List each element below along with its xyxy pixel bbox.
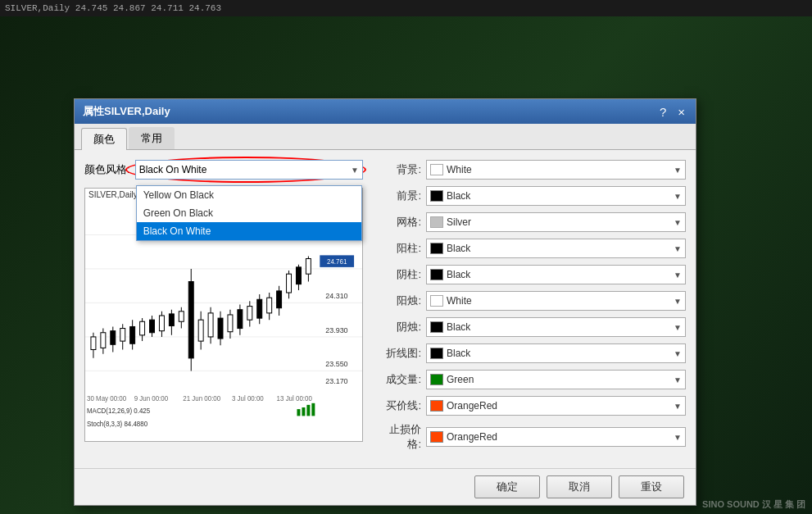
svg-rect-54 — [296, 267, 301, 284]
color-select-grid[interactable]: Silver ▼ — [426, 212, 686, 232]
color-label-line: 折线图: — [376, 346, 421, 361]
color-scheme-value: Black On White — [139, 164, 207, 175]
color-name-stoploss: OrangeRed — [447, 431, 670, 443]
color-row-line: 折线图: Black ▼ — [376, 343, 686, 363]
color-label-volume: 成交量: — [376, 372, 421, 387]
svg-rect-40 — [228, 315, 233, 332]
select-arrow-icon: ▼ — [351, 166, 359, 175]
color-row-bg: 背景: White ▼ — [376, 160, 686, 180]
color-row-volume: 成交量: Green ▼ — [376, 370, 686, 389]
color-label-bg: 背景: — [376, 162, 421, 177]
color-scheme-select[interactable]: Black On White ▼ Yellow On Black Green O… — [135, 160, 363, 180]
title-controls: ? × — [657, 106, 687, 118]
color-scheme-dropdown: Yellow On Black Green On Black Black On … — [136, 185, 362, 241]
svg-rect-56 — [306, 259, 311, 275]
color-swatch-volume — [430, 374, 443, 385]
color-select-volume[interactable]: Green ▼ — [426, 370, 686, 389]
dialog-titlebar: 属性SILVER,Daily ? × — [75, 99, 696, 124]
color-select-stoploss[interactable]: OrangeRed ▼ — [426, 427, 686, 447]
color-row-bear: 阴柱: Black ▼ — [376, 265, 686, 284]
color-name-bull-candle: White — [447, 295, 670, 307]
color-arrow-bear-candle: ▼ — [674, 323, 682, 332]
svg-rect-30 — [179, 312, 184, 321]
color-swatch-bear — [430, 269, 443, 280]
color-row-fg: 前景: Black ▼ — [376, 186, 686, 206]
tab-color[interactable]: 颜色 — [81, 128, 127, 150]
color-name-line: Black — [447, 348, 670, 359]
color-name-bull: Black — [447, 243, 670, 254]
svg-rect-18 — [120, 329, 125, 342]
color-scheme-row: 颜色风格: Black On White ▼ Yellow On Black — [84, 160, 363, 180]
svg-rect-22 — [140, 321, 145, 335]
color-name-volume: Green — [447, 374, 670, 385]
svg-rect-50 — [277, 291, 282, 308]
svg-rect-48 — [267, 298, 272, 313]
color-scheme-label: 颜色风格: — [84, 162, 130, 177]
ok-button[interactable]: 确定 — [474, 475, 540, 498]
color-swatch-bull-candle — [430, 295, 443, 307]
svg-rect-24 — [150, 320, 155, 333]
color-label-bull-candle: 阳烛: — [376, 293, 421, 308]
dialog: 属性SILVER,Daily ? × 颜色 常用 颜色风格: Black On — [74, 98, 696, 506]
dropdown-item-yellow[interactable]: Yellow On Black — [137, 186, 361, 204]
color-arrow-grid: ▼ — [674, 218, 682, 227]
svg-rect-12 — [91, 337, 96, 350]
color-label-bear: 阴柱: — [376, 267, 421, 282]
color-select-fg[interactable]: Black ▼ — [426, 186, 686, 206]
color-label-grid: 网格: — [376, 215, 421, 230]
dropdown-item-black-on-white[interactable]: Black On White — [137, 222, 361, 240]
color-select-bear-candle[interactable]: Black ▼ — [426, 317, 686, 337]
color-label-fg: 前景: — [376, 189, 421, 203]
color-row-stoploss: 止损价格: OrangeRed ▼ — [376, 422, 686, 452]
reset-button[interactable]: 重设 — [619, 475, 684, 498]
svg-rect-42 — [238, 310, 243, 329]
svg-text:Stoch(8,3,3) 84.4880: Stoch(8,3,3) 84.4880 — [87, 421, 148, 428]
svg-rect-44 — [247, 307, 252, 321]
color-arrow-fg: ▼ — [674, 192, 682, 201]
svg-rect-32 — [188, 282, 193, 358]
color-select-line[interactable]: Black ▼ — [426, 343, 686, 363]
color-name-fg: Black — [447, 190, 670, 202]
dialog-body: 颜色风格: Black On White ▼ Yellow On Black — [75, 150, 696, 468]
help-button[interactable]: ? — [657, 106, 669, 118]
color-select-bull[interactable]: Black ▼ — [426, 239, 686, 258]
svg-rect-67 — [306, 405, 310, 416]
cancel-button[interactable]: 取消 — [547, 475, 612, 498]
svg-text:3 Jul 00:00: 3 Jul 00:00 — [232, 395, 264, 403]
color-row-grid: 网格: Silver ▼ — [376, 212, 686, 232]
color-select-bear[interactable]: Black ▼ — [426, 265, 686, 284]
svg-rect-20 — [130, 326, 135, 343]
color-label-buy: 买价线: — [376, 398, 421, 413]
color-name-bg: White — [447, 164, 670, 175]
top-bar: SILVER,Daily 24.745 24.867 24.711 24.763 — [0, 0, 812, 16]
color-swatch-bear-candle — [430, 321, 443, 333]
color-name-bear: Black — [447, 269, 670, 280]
color-arrow-stoploss: ▼ — [674, 433, 682, 442]
top-bar-text: SILVER,Daily 24.745 24.867 24.711 24.763 — [5, 3, 221, 13]
svg-rect-28 — [169, 314, 174, 326]
color-swatch-grid — [430, 216, 443, 228]
svg-rect-34 — [198, 320, 203, 341]
color-select-bull-candle[interactable]: White ▼ — [426, 291, 686, 311]
svg-rect-36 — [208, 313, 213, 337]
svg-rect-46 — [257, 299, 262, 318]
color-select-buy[interactable]: OrangeRed ▼ — [426, 396, 686, 416]
close-button[interactable]: × — [675, 106, 687, 118]
tab-common[interactable]: 常用 — [129, 127, 175, 149]
svg-text:24.310: 24.310 — [325, 292, 347, 300]
color-arrow-line: ▼ — [674, 349, 682, 358]
svg-text:13 Jul 00:00: 13 Jul 00:00 — [277, 395, 313, 403]
color-swatch-line — [430, 348, 443, 359]
svg-rect-16 — [111, 331, 116, 345]
color-arrow-bear: ▼ — [674, 271, 682, 280]
color-swatch-buy — [430, 400, 443, 412]
color-label-bear-candle: 阴烛: — [376, 320, 421, 334]
dropdown-item-green[interactable]: Green On Black — [137, 204, 361, 222]
svg-text:23.550: 23.550 — [325, 360, 347, 368]
svg-text:9 Jun 00:00: 9 Jun 00:00 — [134, 395, 169, 403]
color-row-bear-candle: 阴烛: Black ▼ — [376, 317, 686, 337]
svg-text:23.930: 23.930 — [325, 326, 347, 334]
color-select-bg[interactable]: White ▼ — [426, 160, 686, 180]
svg-text:23.170: 23.170 — [325, 377, 347, 385]
svg-rect-26 — [159, 316, 164, 331]
